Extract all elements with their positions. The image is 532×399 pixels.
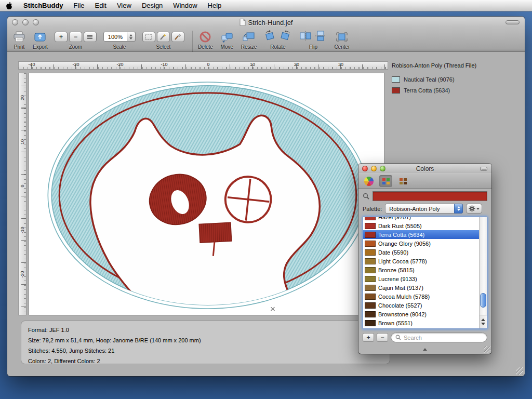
magnifier-icon[interactable] <box>363 193 369 200</box>
zoom-out-button[interactable]: − <box>69 32 82 42</box>
close-button[interactable] <box>12 19 18 25</box>
desktop: { "menubar": { "app_name": "StitchBuddy"… <box>0 0 532 399</box>
fit-icon <box>87 34 93 39</box>
color-search-field[interactable]: Search <box>391 332 487 342</box>
color-row[interactable]: Light Cocoa (5778) <box>363 257 479 265</box>
menu-help[interactable]: Help <box>203 2 227 9</box>
rotate-left-button[interactable] <box>263 30 277 44</box>
add-color-button[interactable]: + <box>363 333 374 342</box>
scale-value[interactable]: 100% <box>103 32 127 42</box>
export-button[interactable]: Export <box>33 29 48 50</box>
scroll-up-button[interactable] <box>481 318 485 321</box>
apple-menu[interactable] <box>0 0 18 11</box>
ruler-label-h: -20 <box>116 62 123 67</box>
flip-group: Flip <box>299 29 327 50</box>
menu-file[interactable]: File <box>69 2 90 9</box>
thread-row[interactable]: Nautical Teal (9076) <box>392 74 521 85</box>
color-row[interactable]: Brownstone (9042) <box>363 310 479 318</box>
ruler-label-h: -10 <box>161 62 167 67</box>
info-stitches: Stitches: 4.550, Jump Stitches: 21 <box>28 345 383 356</box>
color-name: Bronze (5815) <box>378 267 415 273</box>
zoom-button[interactable] <box>33 19 39 25</box>
colors-zoom-button[interactable] <box>380 166 385 171</box>
ruler-label-v: -10 <box>20 227 25 234</box>
color-row[interactable]: Date (5590) <box>363 248 479 257</box>
zoom-in-button[interactable]: + <box>55 32 68 42</box>
color-swatch <box>365 302 376 309</box>
color-row[interactable]: Cajun Mist (9137) <box>363 283 479 292</box>
resize-button[interactable]: Resize <box>241 29 257 50</box>
window-resize-grip[interactable] <box>516 367 523 375</box>
color-list-scrollbar[interactable] <box>479 217 487 328</box>
print-button[interactable]: Print <box>12 29 26 50</box>
gear-icon <box>469 205 475 212</box>
palette-dropdown[interactable]: Robison-Anton Poly <box>385 204 463 214</box>
color-swatch <box>365 241 376 247</box>
color-row[interactable]: Bronze (5815) <box>363 265 479 274</box>
color-swatch <box>365 258 376 264</box>
colors-traffic-lights <box>362 166 385 171</box>
color-row[interactable]: Dark Rust (5505) <box>363 221 479 230</box>
color-row[interactable]: Lucrene (9133) <box>363 274 479 283</box>
thread-swatch <box>392 87 400 94</box>
color-list-viewport[interactable]: Hazel (9701)Dark Rust (5505)Terra Cotta … <box>363 217 479 328</box>
colors-minimize-button[interactable] <box>371 166 377 171</box>
color-row[interactable]: Cocoa Mulch (5788) <box>363 292 479 301</box>
thread-name: Terra Cotta (5634) <box>404 87 450 94</box>
design-canvas[interactable] <box>29 73 384 315</box>
ruler-horizontal: -40-30-20-100102030 <box>18 61 388 70</box>
remove-color-button[interactable]: − <box>377 333 388 342</box>
color-row[interactable]: Chocolate (5527) <box>363 301 479 310</box>
color-name: Lucrene (9133) <box>378 276 417 282</box>
titlebar[interactable]: Strich-Hund.jef <box>7 17 525 28</box>
toolbar-toggle-button[interactable] <box>506 20 520 24</box>
zoom-fit-button[interactable] <box>84 32 97 42</box>
menu-view[interactable]: View <box>112 2 137 9</box>
menu-window[interactable]: Window <box>168 2 202 9</box>
delete-button[interactable]: Delete <box>198 29 213 50</box>
color-row[interactable]: Orange Glory (9056) <box>363 239 479 248</box>
menu-edit[interactable]: Edit <box>90 2 112 9</box>
minimize-button[interactable] <box>22 19 29 25</box>
select-brush-button[interactable] <box>171 32 184 42</box>
colors-close-button[interactable] <box>362 166 368 171</box>
thread-row[interactable]: Terra Cotta (5634) <box>392 85 521 96</box>
center-button[interactable]: Center <box>334 29 350 50</box>
palette-label: Palette: <box>363 206 382 212</box>
color-wheel-tab[interactable] <box>362 175 375 187</box>
palette-action-button[interactable] <box>466 204 482 214</box>
scroll-down-button[interactable] <box>481 323 485 325</box>
thread-file-panel: Robison-Anton Poly (Thread File) Nautica… <box>392 62 521 96</box>
menu-app-name[interactable]: StitchBuddy <box>18 2 69 9</box>
select-wand-button[interactable] <box>157 32 170 42</box>
color-row[interactable]: Hazel (9701) <box>363 217 479 221</box>
flip-vertical-button[interactable] <box>314 30 327 44</box>
colors-titlebar[interactable]: Colors <box>358 164 491 174</box>
menu-design[interactable]: Design <box>137 2 168 9</box>
rotate-group: Rotate <box>263 29 292 50</box>
color-row[interactable]: Brown (5551) <box>363 318 479 327</box>
colors-bottom-bar: + − Search <box>358 329 491 344</box>
delete-icon <box>198 31 212 43</box>
ruler-label-h: 10 <box>250 62 255 67</box>
colors-collapse-button[interactable] <box>480 167 487 171</box>
current-color-row <box>358 189 491 203</box>
disclosure-arrow[interactable] <box>423 348 427 351</box>
select-label: Select <box>156 44 171 50</box>
info-format: Format: JEF 1.0 <box>28 325 383 335</box>
current-color-swatch[interactable] <box>373 191 487 201</box>
select-marquee-button[interactable] <box>142 32 155 42</box>
rotate-right-button[interactable] <box>278 30 292 44</box>
move-button[interactable]: Move <box>220 29 234 50</box>
color-sliders-tab[interactable] <box>379 175 392 187</box>
ruler-label-v: -20 <box>20 271 25 278</box>
colors-resize-grip[interactable] <box>484 346 490 353</box>
ruler-label-v: 20 <box>20 94 25 101</box>
traffic-lights <box>12 19 39 25</box>
scrollbar-thumb[interactable] <box>480 293 486 308</box>
scale-stepper[interactable] <box>127 32 136 42</box>
color-row[interactable]: Terra Cotta (5634) <box>363 230 479 239</box>
ruler-label-h: -30 <box>72 62 79 67</box>
flip-horizontal-button[interactable] <box>299 30 312 44</box>
color-palettes-tab[interactable] <box>396 175 409 187</box>
